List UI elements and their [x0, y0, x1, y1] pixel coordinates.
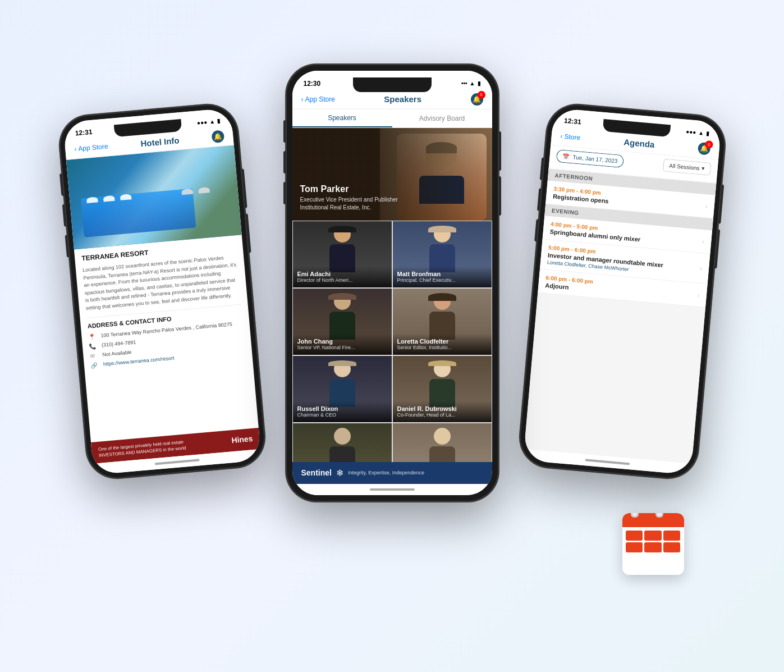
session-selector[interactable]: All Sessions ▾	[662, 158, 711, 175]
speaker-cell-row5a[interactable]	[292, 423, 392, 462]
phone-right-screen: 12:31 ●●● ▲ ▮ ‹ Store Agenda 🔔	[523, 108, 722, 475]
speaker-cell-john[interactable]: John Chang Senior VP, National Fire...	[292, 288, 392, 355]
speaker-cell-emi[interactable]: Emi Adachi Director of North Ameri...	[292, 221, 392, 288]
hotel-description: Located along 102 oceanfront acres of th…	[82, 253, 240, 312]
hines-banner-text: One of the largest privately held real e…	[98, 437, 194, 458]
back-label-right: Store	[564, 132, 581, 141]
tab-speakers[interactable]: Speakers	[292, 109, 392, 127]
daniel-role: Co-Founder, Head of La...	[397, 412, 487, 418]
link-icon: 🔗	[90, 362, 99, 368]
nav-bar-center: ‹ App Store Speakers 🔔 0	[292, 90, 492, 109]
battery-center-icon: ▮	[478, 80, 481, 86]
cal-cell-5	[644, 542, 662, 552]
matt-name: Matt Bronfman	[397, 271, 487, 277]
status-icons-right: ●●● ▲ ▮	[685, 128, 709, 136]
cal-ring-2	[655, 513, 663, 518]
back-button-left[interactable]: ‹ App Store	[74, 142, 108, 153]
phones-container: 12:31 ●●● ▲ ▮ ‹ App Store Hotel Info	[56, 42, 729, 631]
back-button-right[interactable]: ‹ Store	[560, 132, 581, 141]
featured-speaker-info: Tom Parker Executive Vice President and …	[300, 184, 398, 212]
speaker-cell-loretta[interactable]: Loretta Clodfelter Senior Editor, Instit…	[392, 288, 492, 355]
calendar-rings	[631, 513, 663, 518]
dropdown-icon: ▾	[702, 165, 705, 171]
bell-icon-left: 🔔	[211, 130, 224, 143]
notification-bell-right[interactable]: 🔔 0	[697, 141, 710, 155]
emi-silhouette	[328, 226, 356, 271]
hotel-image	[66, 145, 241, 249]
john-head	[334, 293, 351, 310]
sentinel-logo: Sentinel	[301, 468, 332, 477]
agenda-item-details: 3:30 pm - 4:00 pm Registration opens	[552, 185, 609, 204]
signal-dots-icon: •••	[461, 80, 467, 86]
page-title-left: Hotel Info	[140, 135, 179, 148]
back-button-center[interactable]: ‹ App Store	[301, 95, 335, 103]
featured-speaker-name: Tom Parker	[300, 184, 398, 194]
signal-right-icon: ●●●	[685, 128, 696, 135]
matt-head	[434, 226, 451, 243]
matt-info: Matt Bronfman Principal, Chief Executiv.…	[393, 266, 492, 287]
daniel-silhouette	[428, 360, 456, 405]
speaker-cell-matt[interactable]: Matt Bronfman Principal, Chief Executiv.…	[392, 221, 492, 288]
row5a-photo	[293, 423, 392, 462]
cal-cell-2	[644, 531, 662, 541]
russell-hair	[328, 360, 356, 366]
russell-role: Chairman & CEO	[297, 412, 387, 418]
loretta-info: Loretta Clodfelter Senior Editor, Instit…	[393, 333, 492, 355]
john-silhouette	[328, 293, 356, 338]
agenda-content: AFTERNOON 3:30 pm - 4:00 pm Registration…	[524, 168, 716, 463]
speaker-cell-row5b[interactable]	[392, 423, 492, 462]
notification-bell-center[interactable]: 🔔 0	[471, 93, 483, 106]
cal-ring-1	[631, 513, 639, 518]
daniel-name: Daniel R. Dubrowski	[397, 405, 487, 412]
cal-cell-6	[663, 542, 681, 552]
phone-center: 12:30 ••• ▲ ▮ ‹ App Store Speakers	[286, 64, 499, 502]
calendar-icon: 📅	[562, 153, 570, 159]
row5b-head	[434, 428, 451, 445]
sentinel-tagline: Integrity, Expertise, Independence	[348, 470, 424, 476]
loretta-silhouette	[428, 293, 456, 338]
featured-speaker-company: Institutional Real Estate, Inc.	[300, 204, 398, 212]
daniel-hair	[428, 360, 456, 366]
springboard-details: 4:00 pm - 5:00 pm Springboard alumni onl…	[549, 221, 641, 243]
speaker-cell-russell[interactable]: Russell Dixon Chairman & CEO	[292, 355, 392, 423]
cal-cell-1	[626, 531, 643, 541]
emi-name: Emi Adachi	[297, 271, 387, 277]
sentinel-symbol: ❄	[336, 468, 343, 478]
time-right: 12:31	[563, 116, 581, 126]
roundtable-details: 5:00 pm - 6:00 pm Investor and manager r…	[547, 244, 664, 275]
row5b-silhouette	[428, 428, 456, 462]
calendar-grid	[622, 527, 684, 556]
daniel-head	[434, 360, 451, 377]
emi-hair	[328, 226, 356, 232]
wifi-icon: ▲	[209, 118, 215, 125]
hines-logo: Hines	[231, 433, 253, 446]
umbrella-5	[198, 186, 210, 193]
session-label: All Sessions	[668, 162, 699, 171]
signal-icon: ●●●	[196, 118, 207, 126]
time-center: 12:30	[304, 80, 321, 88]
home-bar-left	[154, 459, 199, 465]
back-label-center: App Store	[305, 95, 335, 103]
status-icons-center: ••• ▲ ▮	[461, 80, 480, 86]
date-selector[interactable]: 📅 Tue, Jan 17, 2023	[556, 149, 624, 167]
back-label-left: App Store	[77, 142, 108, 153]
matt-silhouette	[428, 226, 456, 271]
tab-advisory-board[interactable]: Advisory Board	[392, 109, 492, 127]
battery-right-icon: ▮	[705, 130, 709, 136]
matt-hair	[428, 226, 456, 232]
chevron-left-right-icon: ‹	[560, 132, 563, 140]
hotel-email: Not Available	[102, 349, 131, 358]
chevron-left-icon: ‹	[74, 145, 76, 153]
phone-center-screen: 12:30 ••• ▲ ▮ ‹ App Store Speakers	[292, 71, 492, 495]
john-hair	[328, 293, 356, 300]
john-name: John Chang	[297, 338, 387, 345]
calendar-body	[622, 513, 684, 575]
adjourn-details: 6:00 pm - 6:00 pm Adjourn	[544, 275, 593, 292]
row5b-photo	[393, 423, 492, 462]
featured-speaker-card[interactable]: Tom Parker Executive Vice President and …	[292, 128, 492, 221]
phone-right: 12:31 ●●● ▲ ▮ ‹ Store Agenda 🔔	[517, 102, 727, 481]
location-icon: 📍	[88, 333, 97, 340]
speaker-cell-daniel[interactable]: Daniel R. Dubrowski Co-Founder, Head of …	[392, 355, 492, 423]
matt-role: Principal, Chief Executiv...	[397, 277, 487, 283]
notification-bell-left[interactable]: 🔔	[211, 130, 224, 143]
